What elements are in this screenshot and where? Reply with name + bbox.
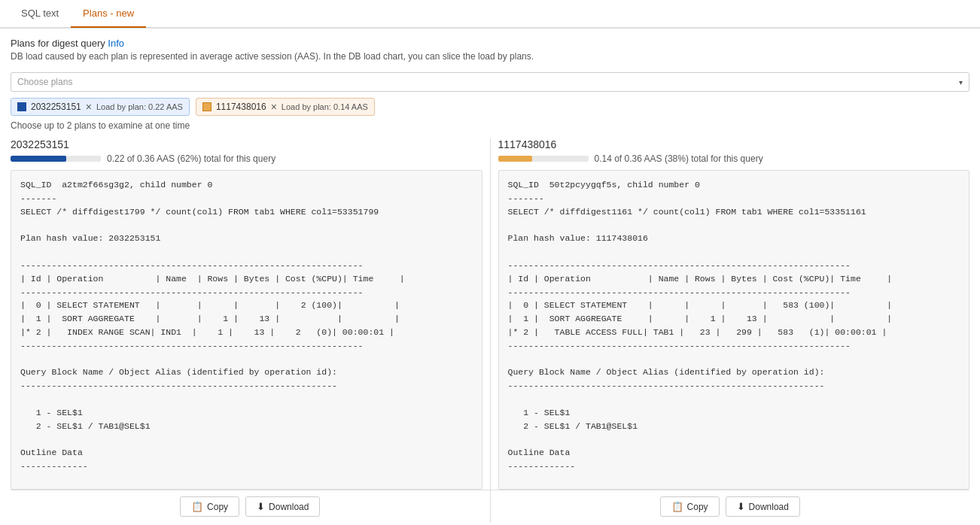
selector-placeholder: Choose plans bbox=[17, 77, 959, 87]
copy-icon-right: 📋 bbox=[671, 501, 683, 512]
plan-tag-blue: 2032253151 × Load by plan: 0.22 AAS bbox=[11, 98, 190, 116]
plan-panel-right: 1117438016 0.14 of 0.36 AAS (38%) total … bbox=[490, 138, 970, 490]
examine-note: Choose up to 2 plans to examine at one t… bbox=[11, 120, 969, 131]
progress-label-right: 0.14 of 0.36 AAS (38%) total for this qu… bbox=[595, 153, 763, 164]
code-panel-left[interactable]: SQL_ID a2tm2f66sg3g2, child number 0 ---… bbox=[11, 170, 482, 490]
bottom-bar: 📋 Copy ⬇ Download 📋 Copy ⬇ Download bbox=[11, 490, 969, 523]
copy-icon-left: 📋 bbox=[191, 501, 203, 512]
download-button-left[interactable]: ⬇ Download bbox=[245, 496, 320, 517]
plan-panel-left: 2032253151 0.22 of 0.36 AAS (62%) total … bbox=[11, 138, 490, 490]
progress-fill-right bbox=[498, 156, 533, 162]
plan-tag-orange: 1117438016 × Load by plan: 0.14 AAS bbox=[196, 98, 375, 116]
download-button-right[interactable]: ⬇ Download bbox=[726, 496, 800, 517]
code-panel-right[interactable]: SQL_ID 50t2pcyygqf5s, child number 0 ---… bbox=[498, 170, 970, 490]
plan-color-box-orange bbox=[202, 102, 212, 111]
chevron-down-icon: ▾ bbox=[959, 78, 963, 86]
plan-tag-id-orange: 1117438016 bbox=[216, 102, 266, 112]
copy-button-right[interactable]: 📋 Copy bbox=[660, 496, 720, 517]
plan-tag-close-blue[interactable]: × bbox=[86, 102, 92, 112]
header-section: Plans for digest query Info DB load caus… bbox=[11, 38, 969, 66]
info-link[interactable]: Info bbox=[108, 38, 124, 49]
bottom-panel-right: 📋 Copy ⬇ Download bbox=[490, 490, 970, 523]
plan-id-right: 1117438016 bbox=[498, 138, 970, 150]
plan-tag-id-blue: 2032253151 bbox=[31, 102, 81, 112]
download-icon-right: ⬇ bbox=[737, 501, 745, 512]
progress-label-left: 0.22 of 0.36 AAS (62%) total for this qu… bbox=[107, 153, 275, 164]
tab-sql-text[interactable]: SQL text bbox=[9, 0, 71, 28]
plan-tag-load-blue: Load by plan: 0.22 AAS bbox=[96, 102, 183, 111]
plan-selector-dropdown[interactable]: Choose plans ▾ bbox=[11, 72, 969, 92]
progress-bar-container-right: 0.14 of 0.36 AAS (38%) total for this qu… bbox=[498, 153, 970, 164]
title-line: Plans for digest query Info bbox=[11, 38, 969, 49]
tabs-bar: SQL text Plans - new bbox=[0, 0, 980, 29]
progress-bar-container-left: 0.22 of 0.36 AAS (62%) total for this qu… bbox=[11, 153, 482, 164]
copy-button-left[interactable]: 📋 Copy bbox=[180, 496, 239, 517]
download-icon-left: ⬇ bbox=[257, 501, 265, 512]
plan-id-left: 2032253151 bbox=[11, 138, 482, 150]
plan-tags: 2032253151 × Load by plan: 0.22 AAS 1117… bbox=[11, 98, 969, 116]
progress-bar-left bbox=[11, 156, 101, 162]
subtitle: DB load caused by each plan is represent… bbox=[11, 51, 969, 62]
plan-tag-close-orange[interactable]: × bbox=[271, 102, 277, 112]
progress-fill-left bbox=[11, 156, 66, 162]
progress-bar-right bbox=[498, 156, 589, 162]
bottom-panel-left: 📋 Copy ⬇ Download bbox=[11, 490, 490, 523]
plan-tag-load-orange: Load by plan: 0.14 AAS bbox=[282, 102, 368, 111]
plan-color-box-blue bbox=[17, 102, 26, 111]
tab-plans-new[interactable]: Plans - new bbox=[71, 0, 146, 28]
